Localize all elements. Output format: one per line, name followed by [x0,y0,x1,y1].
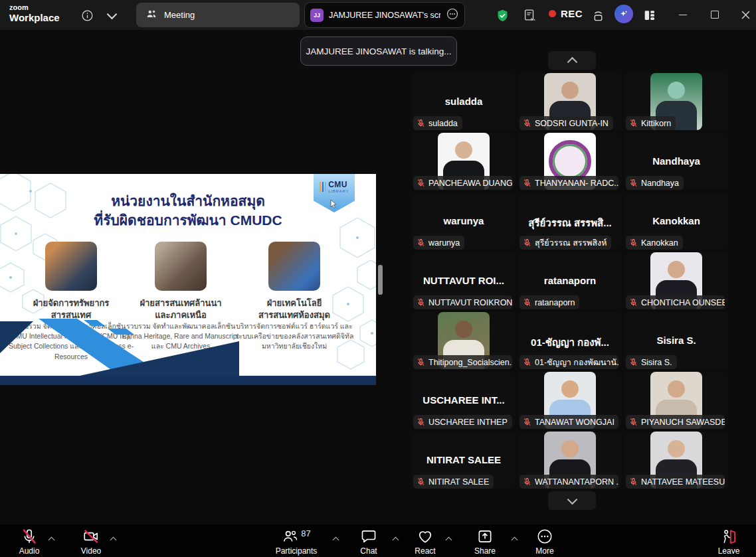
leave-door-icon [720,528,737,545]
participant-display-name: USCHAREE INT... [412,394,516,406]
slide-col1-heading: ฝ่ายจัดการทรัพยากรสารสนเทศ [8,297,134,321]
participant-display-name: Sisira S. [624,335,728,346]
participant-name-label: 01-ชัญญา กองพัฒนานั... [520,355,618,369]
avatar: JJ [310,9,324,22]
participants-count: 87 [301,528,310,538]
gallery-scroll-up-button[interactable] [548,51,596,70]
active-speaker-toast: JAMJUREE JINOSAWAT is talking... [300,37,457,66]
scrollbar-thumb[interactable] [378,265,383,295]
mouse-cursor-icon [330,199,337,208]
ai-companion-icon[interactable] [614,5,633,23]
minimize-button[interactable] [676,8,690,21]
participant-tile[interactable]: Thitipong_Socialscien... [412,312,516,369]
participant-display-name: Kanokkan [624,215,728,226]
close-button[interactable] [739,8,752,21]
more-label: More [535,546,553,556]
mic-muted-icon [21,528,38,545]
participant-name-label: สุรีย์วรรณ สรรพสิงห์ [520,236,611,250]
participant-tile[interactable]: 01-ชัญญา กองพั...01-ชัญญา กองพัฒนานั... [518,312,622,369]
participant-name-text: NUTTAVUT ROIKRONG [428,298,512,307]
participant-tile[interactable]: NandhayaNandhaya [624,133,728,190]
participant-name-label: NATTAVEE MATEESU... [626,475,725,489]
participant-name-label: Thitipong_Socialscien... [413,355,512,369]
meeting-toolbar: Audio Video 87 Participants Chat React [0,524,756,557]
participants-icon [282,528,299,548]
participant-name-label: NITIRAT SALEE [413,475,494,489]
participant-name-text: Kanokkan [641,238,678,248]
participant-tile[interactable]: PIYANUCH SAWASDEE [624,372,728,429]
participant-name-text: สุรีย์วรรณ สรรพสิงห์ [535,236,607,250]
tab-options-ellipsis-icon[interactable] [446,7,459,23]
participant-tile[interactable]: SODSRI GUNTA-IN [518,73,622,130]
participant-name-text: PIYANUCH SAWASDEE [641,418,725,427]
participant-tile[interactable]: NUTTAVUT ROI...NUTTAVUT ROIKRONG [412,252,516,309]
participant-tile[interactable]: NATTAVEE MATEESU... [624,432,728,489]
heart-icon [417,528,434,545]
security-shield-icon[interactable] [493,6,512,25]
participant-name-label: PIYANUCH SAWASDEE [626,415,725,429]
participant-tile[interactable]: USCHAREE INT...USCHAREE INTHEP [412,372,516,429]
leave-label: Leave [718,546,740,556]
participants-label: Participants [276,546,318,556]
video-options-chevron[interactable] [108,534,118,544]
participant-name-label: CHONTICHA OUNSEE... [626,295,725,309]
slide-col2-heading: ฝ่ายสารสนเทศล้านนาและภาคเหนือ [118,297,244,321]
participant-name-text: CHONTICHA OUNSEE... [641,298,725,307]
captions-transcript-icon[interactable] [520,6,539,25]
participant-tile[interactable]: suladdasuladda [412,73,516,130]
companion-device-icon[interactable] [589,6,607,25]
participant-name-label: warunya [413,236,464,250]
participant-name-label: SODSRI GUNTA-IN [520,116,613,130]
zoom-workplace-logo: zoom Workplace [9,3,60,23]
participant-name-text: Kittikorn [641,119,671,128]
participant-name-text: USCHAREE INTHEP [428,418,508,427]
shared-screen-slide: หน่วยงานในสำนักหอสมุด ที่รับผิดชอบการพัฒ… [0,174,376,385]
participant-name-label: USCHAREE INTHEP [413,415,512,429]
more-button[interactable]: More [508,528,581,556]
participant-tile[interactable]: warunyawarunya [412,193,516,250]
leave-button[interactable]: Leave [692,528,756,556]
participant-tile[interactable]: THANYANAN- RADC... [518,133,622,190]
participants-grid: suladdasuladdaSODSRI GUNTA-INKittikornPA… [412,73,733,491]
participant-display-name: ratanaporn [518,275,622,286]
participant-name-text: THANYANAN- RADC... [535,179,618,188]
view-panels-icon[interactable] [640,6,659,25]
participant-name-text: suladda [428,119,458,128]
chevron-down-icon[interactable] [102,6,121,25]
participant-tile[interactable]: CHONTICHA OUNSEE... [624,252,728,309]
slide-col3-body: บริหารจัดการซอฟต์แวร์ ฮาร์ดแวร์ และระบบเ… [231,321,357,352]
slide-title-line2: ที่รับผิดชอบการพัฒนา CMUDC [0,210,376,230]
recording-indicator: REC [549,8,583,19]
slide-corner-stripes [0,319,239,376]
maximize-button[interactable] [708,8,721,21]
top-bar: zoom Workplace Meeting JJ JAMJUREE JINOS… [0,0,756,30]
participant-name-label: Nandhaya [626,176,684,190]
info-icon[interactable] [78,6,96,25]
participant-tile[interactable]: ratanapornratanaporn [518,252,622,309]
slide-photo-desk [268,242,320,291]
participant-display-name: Nandhaya [624,155,728,167]
participant-tile[interactable]: Sisira S.Sisira S. [624,312,728,369]
participant-tile[interactable]: PANCHEAWA DUANG... [412,133,516,190]
participant-name-text: Sisira S. [641,358,672,367]
participant-display-name: NITIRAT SALEE [412,454,516,465]
video-label: Video [81,546,101,556]
participant-tile[interactable]: KanokkanKanokkan [624,193,728,250]
participant-name-label: Sisira S. [626,355,677,369]
participant-name-label: TANAWAT WONGJAI [520,415,618,429]
tab-shared-screen[interactable]: JJ JAMJUREE JINOSAWAT's screen [304,2,465,28]
participant-name-text: NATTAVEE MATEESU... [641,477,725,487]
participant-tile[interactable]: TANAWAT WONGJAI [518,372,622,429]
gallery-scroll-down-button[interactable] [548,491,596,510]
participant-name-label: Kanokkan [626,236,683,250]
tab-meeting[interactable]: Meeting [136,3,300,27]
participant-tile[interactable]: NITIRAT SALEENITIRAT SALEE [412,432,516,489]
participant-display-name: warunya [412,215,516,226]
participants-button[interactable]: 87 Participants [260,528,333,556]
participant-tile[interactable]: Kittikorn [624,73,728,130]
participant-name-label: PANCHEAWA DUANG... [413,176,512,190]
logo-line2: Workplace [9,12,60,23]
slide-bottom-bar [0,376,376,385]
participant-tile[interactable]: WATTANANTAPORN ... [518,432,622,489]
participant-tile[interactable]: สุรีย์วรรณ สรรพสิ...สุรีย์วรรณ สรรพสิงห์ [518,193,622,250]
